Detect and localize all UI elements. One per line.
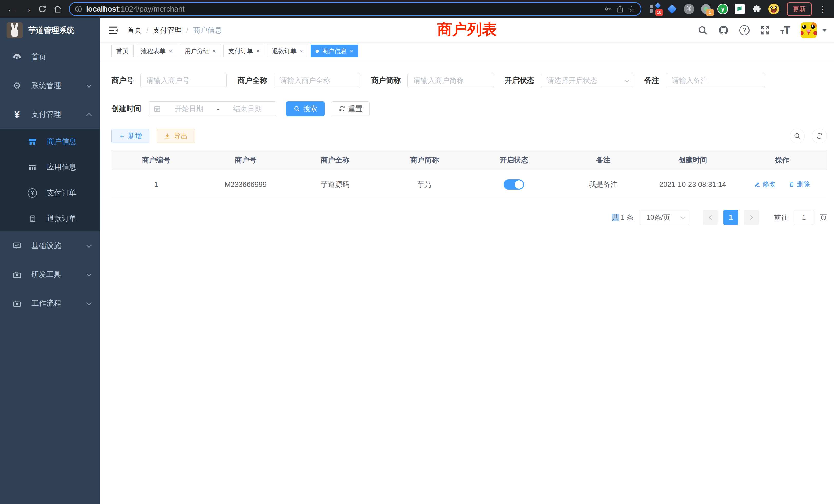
avatar-caret-icon[interactable] bbox=[822, 29, 827, 31]
hide-search-button[interactable] bbox=[790, 129, 805, 143]
browser-forward-icon[interactable]: → bbox=[20, 2, 34, 16]
tab-home[interactable]: 首页 bbox=[111, 45, 133, 58]
extension-tray: 10 ⌘ 1 y bbox=[645, 3, 783, 15]
address-bar[interactable]: localhost:1024/pay/merchant ☆ bbox=[69, 2, 641, 16]
sidebar-item-merchant-info[interactable]: 商户信息 bbox=[0, 129, 100, 155]
sidebar: 芋道管理系统 首页 ⚙ 系统管理 ¥ 支付管理 商户信息 bbox=[0, 18, 100, 504]
url-text: localhost:1024/pay/merchant bbox=[86, 5, 600, 13]
download-icon bbox=[164, 133, 171, 139]
remark-input[interactable] bbox=[666, 73, 765, 88]
sidebar-logo[interactable]: 芋道管理系统 bbox=[0, 18, 100, 43]
help-icon[interactable]: ? bbox=[739, 25, 749, 36]
breadcrumb-current: 商户信息 bbox=[193, 25, 222, 35]
add-button-label: 新增 bbox=[128, 131, 142, 141]
search-icon bbox=[794, 132, 801, 140]
breadcrumb-home[interactable]: 首页 bbox=[127, 25, 142, 35]
search-form-row-2: 创建时间 开始日期 - 结束日期 搜索 bbox=[111, 101, 827, 116]
extension-emoji-icon[interactable] bbox=[768, 3, 780, 15]
font-size-icon[interactable]: TT bbox=[780, 24, 790, 36]
create-time-range-picker[interactable]: 开始日期 - 结束日期 bbox=[148, 101, 276, 116]
prev-page-button[interactable] bbox=[703, 210, 718, 225]
toolbox-icon bbox=[11, 270, 23, 279]
sidebar-collapse-icon[interactable] bbox=[108, 25, 118, 36]
sidebar-item-app-info[interactable]: 应用信息 bbox=[0, 155, 100, 180]
sidebar-item-refund-order[interactable]: 退款订单 bbox=[0, 206, 100, 231]
short-name-label: 商户简称 bbox=[371, 75, 408, 86]
goto-page-input[interactable] bbox=[794, 210, 814, 225]
browser-update-button[interactable]: 更新 bbox=[787, 2, 812, 16]
browser-reload-icon[interactable] bbox=[36, 2, 49, 16]
tab-close-icon[interactable]: × bbox=[256, 47, 260, 55]
breadcrumb-section[interactable]: 支付管理 bbox=[153, 25, 182, 35]
export-button[interactable]: 导出 bbox=[157, 129, 195, 143]
extension-chat-icon[interactable] bbox=[734, 3, 746, 15]
sidebar-item-label: 支付管理 bbox=[31, 109, 61, 120]
page-number-1[interactable]: 1 bbox=[723, 210, 738, 225]
next-page-button[interactable] bbox=[744, 210, 759, 225]
reset-button[interactable]: 重置 bbox=[331, 101, 370, 116]
tab-process-form[interactable]: 流程表单 × bbox=[136, 45, 177, 58]
tab-close-icon[interactable]: × bbox=[300, 47, 303, 55]
extension-yudao-icon[interactable]: y bbox=[717, 3, 729, 15]
tab-refund-order[interactable]: 退款订单 × bbox=[267, 45, 308, 58]
delete-label: 删除 bbox=[797, 180, 810, 189]
tab-merchant-info[interactable]: 商户信息 × bbox=[311, 45, 358, 58]
refresh-table-button[interactable] bbox=[812, 129, 827, 143]
page-size-select[interactable]: 10条/页 bbox=[639, 210, 689, 225]
edit-link[interactable]: 修改 bbox=[754, 180, 776, 189]
extension-command-icon[interactable]: ⌘ bbox=[683, 3, 695, 15]
tab-user-group[interactable]: 用户分组 × bbox=[180, 45, 221, 58]
edit-label: 修改 bbox=[762, 180, 776, 189]
site-info-icon[interactable] bbox=[75, 5, 83, 13]
sidebar-item-infrastructure[interactable]: 基础设施 bbox=[0, 231, 100, 260]
browser-menu-kebab-icon[interactable]: ⋮ bbox=[815, 2, 829, 16]
delete-link[interactable]: 删除 bbox=[789, 180, 810, 189]
avatar[interactable] bbox=[800, 22, 816, 38]
github-icon[interactable] bbox=[718, 25, 729, 36]
navbar-actions: ? TT bbox=[698, 22, 827, 38]
extension-gem-icon[interactable] bbox=[666, 3, 678, 15]
tab-close-icon[interactable]: × bbox=[169, 47, 172, 55]
browser-home-icon[interactable] bbox=[51, 2, 65, 16]
fullscreen-icon[interactable] bbox=[760, 25, 770, 36]
status-toggle[interactable] bbox=[504, 179, 524, 190]
status-select[interactable]: 请选择开启状态 bbox=[541, 73, 634, 88]
breadcrumb-separator: / bbox=[146, 26, 148, 35]
bookmark-star-icon[interactable]: ☆ bbox=[628, 4, 636, 14]
date-end-placeholder: 结束日期 bbox=[224, 104, 271, 114]
col-merchant-no: 商户号 bbox=[201, 151, 290, 170]
col-remark: 备注 bbox=[558, 151, 648, 170]
tab-close-icon[interactable]: × bbox=[212, 47, 216, 55]
sidebar-item-payment[interactable]: ¥ 支付管理 bbox=[0, 100, 100, 129]
password-key-icon[interactable] bbox=[604, 5, 612, 13]
sidebar-item-workflow[interactable]: 工作流程 bbox=[0, 289, 100, 318]
red-annotation-title: 商户列表 bbox=[437, 20, 497, 40]
sidebar-item-devtools[interactable]: 研发工具 bbox=[0, 260, 100, 289]
sidebar-item-pay-order[interactable]: ¥ 支付订单 bbox=[0, 180, 100, 206]
question-glyph: ? bbox=[742, 26, 746, 34]
extension-blocks-icon[interactable]: 10 bbox=[649, 3, 661, 15]
tab-close-icon[interactable]: × bbox=[350, 47, 353, 55]
tab-pay-order[interactable]: 支付订单 × bbox=[223, 45, 264, 58]
extensions-puzzle-icon[interactable] bbox=[751, 3, 763, 15]
yen-circle-icon: ¥ bbox=[27, 188, 38, 198]
add-button[interactable]: ＋ 新增 bbox=[111, 129, 150, 143]
search-form-row-1: 商户号 商户全称 商户简称 开启状态 请选择开启状态 bbox=[111, 73, 827, 88]
col-merchant-id: 商户编号 bbox=[111, 151, 201, 170]
share-icon[interactable] bbox=[616, 5, 624, 13]
search-icon[interactable] bbox=[698, 25, 708, 36]
browser-back-icon[interactable]: ← bbox=[5, 2, 19, 16]
cell-full-name: 芋道源码 bbox=[290, 170, 380, 199]
col-full-name: 商户全称 bbox=[290, 151, 380, 170]
remark-label: 备注 bbox=[644, 75, 666, 86]
search-button[interactable]: 搜索 bbox=[286, 101, 325, 116]
sidebar-item-home[interactable]: 首页 bbox=[0, 43, 100, 71]
dashboard-icon bbox=[11, 52, 23, 62]
merchant-no-input[interactable] bbox=[140, 73, 227, 88]
full-name-input[interactable] bbox=[274, 73, 360, 88]
short-name-input[interactable] bbox=[408, 73, 494, 88]
extension-recorder-icon[interactable]: 1 bbox=[700, 3, 712, 15]
chevron-up-icon bbox=[86, 113, 92, 118]
sidebar-item-system[interactable]: ⚙ 系统管理 bbox=[0, 71, 100, 100]
status-select-placeholder: 请选择开启状态 bbox=[547, 76, 625, 86]
